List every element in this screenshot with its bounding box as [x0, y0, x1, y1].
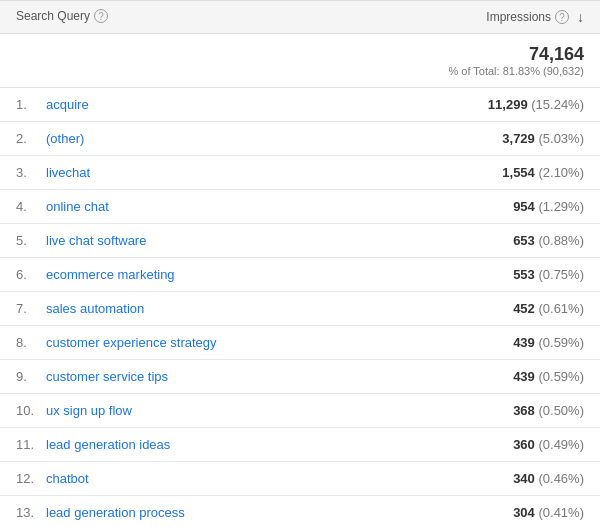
table-row: 5. live chat software 653 (0.88%): [0, 224, 600, 258]
impressions-pct: (15.24%): [531, 97, 584, 112]
row-query-cell: 2. (other): [0, 131, 380, 146]
row-number: 1.: [16, 97, 40, 112]
impressions-value: 304: [513, 505, 535, 520]
row-impressions-cell: 452 (0.61%): [380, 301, 600, 316]
row-query-text[interactable]: acquire: [46, 97, 89, 112]
row-query-cell: 7. sales automation: [0, 301, 380, 316]
row-query-text[interactable]: lead generation ideas: [46, 437, 170, 452]
row-number: 6.: [16, 267, 40, 282]
query-column-header: Search Query ?: [0, 9, 380, 25]
row-number: 7.: [16, 301, 40, 316]
row-impressions-cell: 360 (0.49%): [380, 437, 600, 452]
table-row: 2. (other) 3,729 (5.03%): [0, 122, 600, 156]
row-number: 8.: [16, 335, 40, 350]
row-query-text[interactable]: ux sign up flow: [46, 403, 132, 418]
row-query-cell: 10. ux sign up flow: [0, 403, 380, 418]
row-query-text[interactable]: customer service tips: [46, 369, 168, 384]
impressions-value: 11,299: [488, 97, 528, 112]
row-impressions-cell: 553 (0.75%): [380, 267, 600, 282]
row-query-text[interactable]: online chat: [46, 199, 109, 214]
row-number: 2.: [16, 131, 40, 146]
query-header-label: Search Query: [16, 9, 90, 23]
row-impressions-cell: 304 (0.41%): [380, 505, 600, 520]
row-query-cell: 9. customer service tips: [0, 369, 380, 384]
impressions-pct: (0.59%): [538, 335, 584, 350]
totals-row: 74,164 % of Total: 81.83% (90,632): [0, 34, 600, 88]
rows-container: 1. acquire 11,299 (15.24%) 2. (other) 3,…: [0, 88, 600, 526]
impressions-value: 340: [513, 471, 535, 486]
impressions-column-header: Impressions ? ↓: [380, 9, 600, 25]
impressions-value: 1,554: [502, 165, 535, 180]
impressions-value: 452: [513, 301, 535, 316]
row-query-text[interactable]: livechat: [46, 165, 90, 180]
impressions-pct: (0.61%): [538, 301, 584, 316]
row-impressions-cell: 11,299 (15.24%): [380, 97, 600, 112]
row-number: 13.: [16, 505, 40, 520]
table-row: 11. lead generation ideas 360 (0.49%): [0, 428, 600, 462]
row-query-cell: 1. acquire: [0, 97, 380, 112]
impressions-header-label: Impressions: [486, 10, 551, 24]
impressions-pct: (0.41%): [538, 505, 584, 520]
row-impressions-cell: 3,729 (5.03%): [380, 131, 600, 146]
row-query-text[interactable]: lead generation process: [46, 505, 185, 520]
table-row: 7. sales automation 452 (0.61%): [0, 292, 600, 326]
row-query-cell: 3. livechat: [0, 165, 380, 180]
row-number: 12.: [16, 471, 40, 486]
table-row: 13. lead generation process 304 (0.41%): [0, 496, 600, 526]
row-impressions-cell: 1,554 (2.10%): [380, 165, 600, 180]
impressions-value: 653: [513, 233, 535, 248]
row-number: 11.: [16, 437, 40, 452]
row-query-text[interactable]: ecommerce marketing: [46, 267, 175, 282]
impressions-pct: (0.59%): [538, 369, 584, 384]
row-query-cell: 4. online chat: [0, 199, 380, 214]
row-query-text[interactable]: (other): [46, 131, 84, 146]
row-query-text[interactable]: customer experience strategy: [46, 335, 217, 350]
table-header: Search Query ? Impressions ? ↓: [0, 0, 600, 34]
totals-query-cell: [0, 44, 380, 77]
totals-impressions-cell: 74,164 % of Total: 81.83% (90,632): [380, 44, 600, 77]
table-row: 9. customer service tips 439 (0.59%): [0, 360, 600, 394]
impressions-help-icon[interactable]: ?: [555, 10, 569, 24]
row-query-cell: 8. customer experience strategy: [0, 335, 380, 350]
row-impressions-cell: 653 (0.88%): [380, 233, 600, 248]
row-impressions-cell: 439 (0.59%): [380, 369, 600, 384]
row-number: 9.: [16, 369, 40, 384]
row-impressions-cell: 439 (0.59%): [380, 335, 600, 350]
impressions-pct: (0.75%): [538, 267, 584, 282]
row-number: 5.: [16, 233, 40, 248]
impressions-value: 3,729: [502, 131, 535, 146]
impressions-value: 439: [513, 369, 535, 384]
table-row: 3. livechat 1,554 (2.10%): [0, 156, 600, 190]
impressions-pct: (2.10%): [538, 165, 584, 180]
impressions-pct: (0.50%): [538, 403, 584, 418]
impressions-pct: (0.88%): [538, 233, 584, 248]
row-query-cell: 5. live chat software: [0, 233, 380, 248]
row-query-cell: 12. chatbot: [0, 471, 380, 486]
table-row: 8. customer experience strategy 439 (0.5…: [0, 326, 600, 360]
impressions-pct: (1.29%): [538, 199, 584, 214]
impressions-pct: (0.46%): [538, 471, 584, 486]
row-impressions-cell: 954 (1.29%): [380, 199, 600, 214]
row-number: 4.: [16, 199, 40, 214]
total-value: 74,164: [380, 44, 584, 65]
search-query-table: Search Query ? Impressions ? ↓ 74,164 % …: [0, 0, 600, 526]
row-number: 10.: [16, 403, 40, 418]
row-query-text[interactable]: live chat software: [46, 233, 146, 248]
row-number: 3.: [16, 165, 40, 180]
table-row: 1. acquire 11,299 (15.24%): [0, 88, 600, 122]
row-impressions-cell: 368 (0.50%): [380, 403, 600, 418]
impressions-value: 368: [513, 403, 535, 418]
row-query-cell: 6. ecommerce marketing: [0, 267, 380, 282]
row-impressions-cell: 340 (0.46%): [380, 471, 600, 486]
query-help-icon[interactable]: ?: [94, 9, 108, 23]
row-query-text[interactable]: chatbot: [46, 471, 89, 486]
table-row: 4. online chat 954 (1.29%): [0, 190, 600, 224]
row-query-cell: 11. lead generation ideas: [0, 437, 380, 452]
impressions-value: 360: [513, 437, 535, 452]
row-query-text[interactable]: sales automation: [46, 301, 144, 316]
table-row: 10. ux sign up flow 368 (0.50%): [0, 394, 600, 428]
impressions-pct: (5.03%): [538, 131, 584, 146]
download-icon[interactable]: ↓: [577, 9, 584, 25]
impressions-value: 439: [513, 335, 535, 350]
impressions-pct: (0.49%): [538, 437, 584, 452]
